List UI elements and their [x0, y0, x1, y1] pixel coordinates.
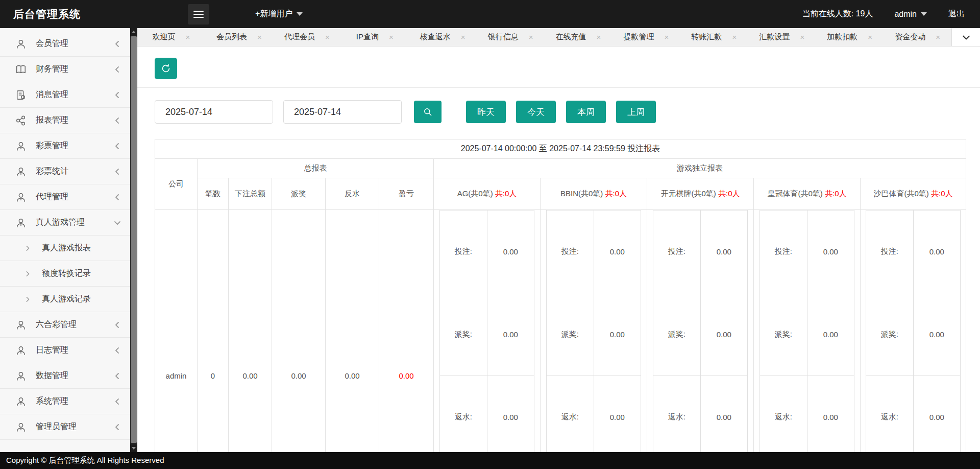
close-icon[interactable]: ×	[325, 33, 330, 41]
today-button[interactable]: 今天	[516, 101, 556, 123]
game-stats-table: 投注:0.00 派奖:0.00 返水:0.00 盈亏:0.00	[760, 210, 854, 469]
user-icon	[15, 345, 27, 356]
sidebar-scrollbar[interactable]	[130, 28, 137, 452]
refresh-button[interactable]	[155, 58, 177, 79]
player-count-badge: 共:0人	[495, 189, 517, 198]
tab-agent-members[interactable]: 代理会员×	[273, 28, 341, 46]
chevron-left-icon	[114, 321, 121, 329]
triangle-down-icon	[132, 447, 136, 450]
col-game-bbin: BBIN(共0笔) 共:0人	[541, 178, 647, 210]
chevron-right-icon	[24, 245, 31, 251]
bet-report-table: 2025-07-14 00:00:00 至 2025-07-14 23:59:5…	[155, 139, 966, 469]
tab-online-deposit[interactable]: 在线充值×	[545, 28, 612, 46]
last-week-button[interactable]: 上周	[616, 101, 656, 123]
date-from-input[interactable]	[155, 100, 273, 124]
tab-add-deduct[interactable]: 加款扣款×	[816, 28, 884, 46]
cell-game-kaiyuan-stats: 投注:0.00 派奖:0.00 返水:0.00 盈亏:0.00	[647, 210, 754, 469]
chevron-right-icon	[24, 271, 31, 277]
close-icon[interactable]: ×	[461, 33, 465, 41]
user-icon	[15, 192, 27, 203]
col-company: 公司	[155, 159, 198, 210]
tab-remit-settings[interactable]: 汇款设置×	[748, 28, 816, 46]
close-icon[interactable]: ×	[389, 33, 394, 41]
chevron-left-icon	[114, 372, 121, 380]
group-game-reports: 游戏独立报表	[434, 159, 966, 178]
cell-company: admin	[155, 210, 198, 469]
user-icon	[15, 396, 27, 407]
logout-button[interactable]: 退出	[948, 9, 965, 19]
cell-game-saba-stats: 投注:0.00 派奖:0.00 返水:0.00 盈亏:0.00	[861, 210, 966, 469]
sidebar-toggle-button[interactable]	[188, 4, 209, 25]
close-icon[interactable]: ×	[800, 33, 804, 41]
scrollbar-thumb[interactable]	[131, 36, 137, 443]
sidebar-item-system-mgmt[interactable]: 系统管理	[0, 389, 130, 414]
col-bet-count: 笔数	[198, 178, 229, 210]
cell-profit-loss: 0.00	[379, 210, 434, 469]
cell-game-bbin-stats: 投注:0.00 派奖:0.00 返水:0.00 盈亏:0.00	[541, 210, 647, 469]
sidebar-item-lottery-stats[interactable]: 彩票统计	[0, 159, 130, 184]
sidebar-item-message-mgmt[interactable]: 消息管理	[0, 82, 130, 108]
new-user-dropdown[interactable]: +新增用户	[255, 9, 303, 19]
close-icon[interactable]: ×	[732, 33, 737, 41]
cell-bet-total: 0.00	[229, 210, 272, 469]
caret-down-icon	[921, 12, 927, 16]
sidebar-item-mark-six-mgmt[interactable]: 六合彩管理	[0, 312, 130, 338]
chevron-left-icon	[114, 40, 121, 48]
tab-bank-info[interactable]: 银行信息×	[477, 28, 545, 46]
chevron-right-icon	[24, 296, 31, 302]
close-icon[interactable]: ×	[868, 33, 872, 41]
scroll-up-button[interactable]	[130, 28, 137, 36]
tab-transfer-remit[interactable]: 转账汇款×	[680, 28, 748, 46]
share-icon	[15, 115, 27, 126]
search-button[interactable]	[414, 101, 442, 123]
main-content: 欢迎页× 会员列表× 代理会员× IP查询× 核查返水× 银行信息× 在线充值×…	[137, 28, 980, 452]
sidebar-item-finance-mgmt[interactable]: 财务管理	[0, 57, 130, 82]
col-rebate: 反水	[326, 178, 379, 210]
tab-overflow-dropdown[interactable]	[951, 28, 980, 46]
sidebar-item-live-game-log[interactable]: 真人游戏记录	[0, 287, 130, 312]
filter-row: 昨天 今天 本周 上周	[137, 88, 980, 124]
sidebar-nav: 会员管理 财务管理 消息管理 报表管理 彩票管理 彩票统计 代理管理 真人游戏管…	[0, 28, 130, 452]
col-game-ag: AG(共0笔) 共:0人	[434, 178, 541, 210]
yesterday-button[interactable]: 昨天	[466, 101, 506, 123]
sidebar-item-admin-mgmt[interactable]: 管理员管理	[0, 414, 130, 440]
player-count-badge: 共:0人	[605, 189, 627, 198]
close-icon[interactable]: ×	[597, 33, 601, 41]
tab-welcome[interactable]: 欢迎页×	[137, 28, 205, 46]
caret-down-icon	[297, 12, 303, 16]
sidebar-item-quota-transfer-log[interactable]: 额度转换记录	[0, 261, 130, 287]
tab-withdraw-mgmt[interactable]: 提款管理×	[612, 28, 680, 46]
chevron-left-icon	[114, 168, 121, 175]
tab-rebate-check[interactable]: 核查返水×	[409, 28, 477, 46]
col-bet-total: 下注总额	[229, 178, 272, 210]
tab-member-list[interactable]: 会员列表×	[205, 28, 273, 46]
magnifier-icon	[423, 107, 433, 117]
sidebar-item-agent-mgmt[interactable]: 代理管理	[0, 184, 130, 210]
sidebar-item-live-game-report[interactable]: 真人游戏报表	[0, 236, 130, 261]
this-week-button[interactable]: 本周	[566, 101, 606, 123]
close-icon[interactable]: ×	[936, 33, 940, 41]
sidebar-item-member-mgmt[interactable]: 会员管理	[0, 31, 130, 57]
admin-user-dropdown[interactable]: admin	[894, 10, 927, 19]
sidebar-item-data-mgmt[interactable]: 数据管理	[0, 363, 130, 389]
close-icon[interactable]: ×	[529, 33, 533, 41]
date-to-input[interactable]	[283, 100, 402, 124]
close-icon[interactable]: ×	[665, 33, 669, 41]
book-icon	[15, 64, 27, 75]
cell-payout: 0.00	[272, 210, 326, 469]
sidebar-item-lottery-mgmt[interactable]: 彩票管理	[0, 133, 130, 159]
tab-fund-changes[interactable]: 资金变动×	[884, 28, 951, 46]
game-stats-table: 投注:0.00 派奖:0.00 返水:0.00 盈亏:0.00	[439, 210, 534, 469]
sidebar-item-report-mgmt[interactable]: 报表管理	[0, 108, 130, 133]
sidebar-item-log-mgmt[interactable]: 日志管理	[0, 338, 130, 363]
copyright-text: Copyright © 后台管理系统 All Rights Reserved	[6, 456, 164, 465]
close-icon[interactable]: ×	[186, 33, 190, 41]
player-count-badge: 共:0人	[825, 189, 847, 198]
footer-bar: Copyright © 后台管理系统 All Rights Reserved	[0, 452, 980, 469]
app-title: 后台管理系统	[13, 7, 81, 21]
tab-ip-query[interactable]: IP查询×	[341, 28, 409, 46]
scroll-down-button[interactable]	[130, 444, 137, 452]
chevron-left-icon	[114, 91, 121, 99]
close-icon[interactable]: ×	[257, 33, 262, 41]
sidebar-item-live-game-mgmt[interactable]: 真人游戏管理	[0, 210, 130, 236]
